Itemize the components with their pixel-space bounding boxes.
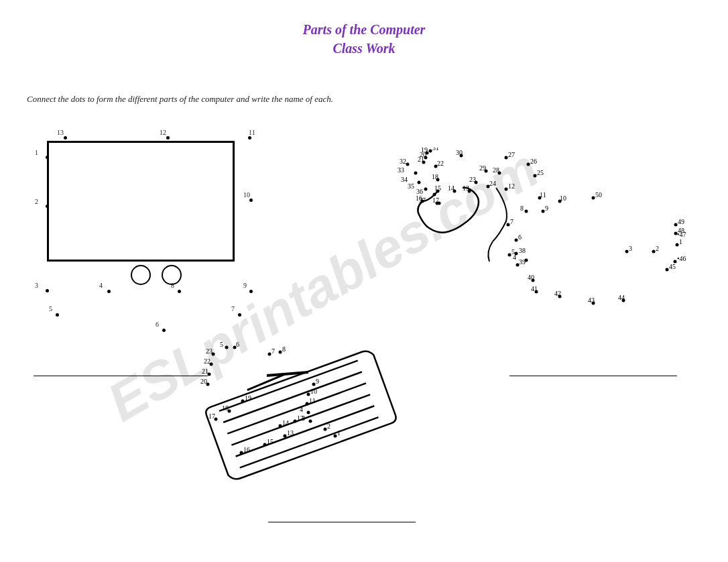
svg-text:35: 35 <box>408 182 414 190</box>
svg-text:23: 23 <box>469 176 476 183</box>
svg-text:14: 14 <box>448 184 454 192</box>
svg-text:•46: •46 <box>677 255 686 262</box>
dot-2 <box>46 205 49 208</box>
svg-point-46 <box>652 250 656 254</box>
svg-text:38: 38 <box>519 247 526 254</box>
svg-text:43: 43 <box>588 296 595 304</box>
svg-point-130 <box>284 435 287 438</box>
instruction: Connect the dots to form the different p… <box>27 94 333 105</box>
svg-point-57 <box>666 268 669 272</box>
svg-point-73 <box>429 150 432 153</box>
svg-text:45: 45 <box>669 263 676 270</box>
dot-label-1: 1 <box>35 149 38 156</box>
svg-point-138 <box>312 383 316 386</box>
svg-text:34: 34 <box>401 176 408 183</box>
svg-text:2: 2 <box>656 245 659 252</box>
svg-text:9: 9 <box>316 378 319 385</box>
svg-text:22: 22 <box>437 160 444 167</box>
dot-12 <box>166 136 170 139</box>
dot-13 <box>64 136 67 139</box>
svg-text:24: 24 <box>489 180 496 187</box>
dot-8 <box>178 290 181 293</box>
svg-point-150 <box>334 435 337 438</box>
svg-text:50: 50 <box>595 191 602 199</box>
svg-point-30 <box>592 196 595 200</box>
keyboard-svg: 5 6 23 22 21 20 19 18 17 16 15 14 13 1 <box>168 302 436 510</box>
svg-text:7: 7 <box>271 347 275 355</box>
page: Parts of the Computer Class Work Connect… <box>0 0 728 562</box>
svg-point-144 <box>307 411 310 414</box>
svg-point-75 <box>406 163 410 166</box>
dot-1 <box>46 156 49 159</box>
svg-point-140 <box>279 351 282 354</box>
dot-label-9: 9 <box>243 282 247 289</box>
svg-text:23: 23 <box>206 347 213 355</box>
svg-text:7: 7 <box>510 218 513 225</box>
svg-line-99 <box>219 361 358 411</box>
svg-point-79 <box>418 181 421 184</box>
svg-text:11: 11 <box>540 191 546 199</box>
dot-10 <box>249 199 253 202</box>
svg-text:1: 1 <box>679 238 682 245</box>
dot-4 <box>107 290 111 293</box>
svg-point-85 <box>436 202 439 205</box>
svg-line-152 <box>267 372 308 376</box>
svg-point-146 <box>309 420 312 423</box>
svg-text:22: 22 <box>204 357 210 365</box>
svg-text:6: 6 <box>518 233 522 241</box>
svg-text:44: 44 <box>618 294 625 301</box>
svg-text:29: 29 <box>479 164 486 172</box>
svg-text:11: 11 <box>309 397 316 404</box>
svg-point-38 <box>515 239 518 242</box>
svg-text:6: 6 <box>236 341 239 348</box>
svg-text:4: 4 <box>300 406 303 413</box>
svg-text:40: 40 <box>528 274 534 281</box>
svg-text:3: 3 <box>629 245 632 252</box>
svg-point-48 <box>676 243 679 247</box>
svg-text:36: 36 <box>416 188 423 195</box>
svg-text:19: 19 <box>421 148 428 154</box>
svg-text:14: 14 <box>282 419 289 427</box>
title-line2: Class Work <box>0 39 728 58</box>
svg-point-81 <box>424 188 428 191</box>
dot-5 <box>56 313 59 317</box>
dot-11 <box>248 136 251 139</box>
svg-point-136 <box>307 393 310 396</box>
dot-3-left <box>46 289 49 292</box>
svg-text:16: 16 <box>243 446 250 453</box>
dot-label-2: 2 <box>35 198 38 205</box>
svg-text:39: 39 <box>519 258 526 266</box>
svg-text:20: 20 <box>200 378 207 385</box>
title-section: Parts of the Computer Class Work <box>0 0 728 58</box>
svg-point-128 <box>279 425 282 428</box>
svg-point-32 <box>525 210 528 213</box>
svg-text:21: 21 <box>202 368 208 375</box>
answer-line-right <box>509 376 677 376</box>
svg-text:27: 27 <box>508 151 515 158</box>
svg-point-106 <box>225 346 229 349</box>
answer-line-bottom <box>268 522 416 522</box>
svg-point-134 <box>306 402 309 406</box>
svg-point-20 <box>505 188 508 191</box>
svg-point-55 <box>674 232 678 235</box>
dot-label-10: 10 <box>243 191 250 199</box>
svg-point-44 <box>625 250 629 254</box>
svg-text:25: 25 <box>537 169 544 176</box>
dot-9 <box>249 290 253 293</box>
svg-point-53 <box>674 223 678 227</box>
svg-point-124 <box>240 451 243 455</box>
svg-text:18: 18 <box>222 404 229 412</box>
svg-text:28: 28 <box>493 166 499 174</box>
dot-label-4: 4 <box>99 282 103 289</box>
svg-text:15: 15 <box>434 184 441 192</box>
svg-text:12: 12 <box>508 182 515 190</box>
monitor-box <box>47 141 235 262</box>
svg-point-36 <box>507 223 510 227</box>
dot-label-8: 8 <box>171 282 174 289</box>
svg-point-126 <box>263 443 267 447</box>
svg-point-118 <box>241 400 245 403</box>
svg-point-34 <box>542 210 545 213</box>
svg-text:49: 49 <box>678 218 684 225</box>
svg-text:42: 42 <box>554 290 561 297</box>
dot-label-3: 3 <box>35 282 38 289</box>
